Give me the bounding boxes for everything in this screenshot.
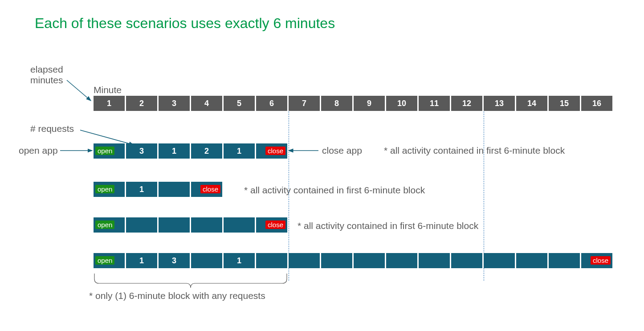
scenario-row-4: open131close [94, 253, 612, 268]
arrow-elapsed-minutes [67, 80, 91, 101]
minute-cell: 4 [191, 96, 222, 111]
minute-cell: 3 [159, 96, 190, 111]
scenario-cell [451, 253, 482, 268]
minute-header-label: Minute [94, 85, 122, 95]
scenario-cell [126, 217, 157, 233]
open-badge: open [95, 147, 114, 155]
scenario-cell [159, 217, 190, 233]
minute-cell: 16 [581, 96, 612, 111]
minute-cell: 11 [419, 96, 450, 111]
scenario-cell [159, 182, 190, 197]
scenario-cell [289, 253, 320, 268]
arrows-layer [0, 0, 644, 331]
scenario-cell: 1 [224, 253, 255, 268]
scenario-cell [191, 217, 222, 233]
scenario-row-3: openclose [94, 217, 287, 233]
scenario-cell: 1 [126, 182, 157, 197]
scenario-row-2: open1close [94, 182, 222, 197]
scenario-row-1: open3121close [94, 143, 287, 159]
scenario-cell: 1 [126, 253, 157, 268]
close-badge: close [265, 147, 285, 155]
slide-title: Each of these scenarios uses exactly 6 m… [35, 15, 335, 32]
scenario-cell: open [94, 143, 125, 159]
open-badge: open [95, 185, 114, 193]
scenario-cell [549, 253, 580, 268]
scenario-cell: close [256, 217, 287, 233]
minute-cell: 13 [484, 96, 515, 111]
minute-cell: 15 [549, 96, 580, 111]
scenario-cell [484, 253, 515, 268]
minute-cell: 14 [516, 96, 547, 111]
open-badge: open [95, 221, 114, 229]
scenario-cell [386, 253, 417, 268]
scenario-cell: 2 [191, 143, 222, 159]
minute-cell: 7 [289, 96, 320, 111]
close-badge: close [200, 185, 220, 193]
num-requests-label: # requests [30, 123, 74, 134]
scenario-cell: close [191, 182, 222, 197]
scenario-cell: 3 [159, 253, 190, 268]
close-badge: close [591, 256, 611, 265]
elapsed-minutes-label: elapsed minutes [30, 64, 63, 86]
scenario-cell [419, 253, 450, 268]
minute-cell: 9 [354, 96, 385, 111]
scenario-cell: open [94, 182, 125, 197]
scenario-cell: 1 [159, 143, 190, 159]
scenario-cell: close [256, 143, 287, 159]
minute-cell: 1 [94, 96, 125, 111]
minute-cell: 5 [224, 96, 255, 111]
scenario-cell: open [94, 253, 125, 268]
scenario-cell [256, 253, 287, 268]
minute-cell: 6 [256, 96, 287, 111]
scenario-cell [224, 217, 255, 233]
open-app-label: open app [19, 145, 58, 156]
scenario-cell [354, 253, 385, 268]
scenario-note-3: * all activity contained in first 6-minu… [298, 221, 478, 231]
scenario-note-2: * all activity contained in first 6-minu… [244, 185, 425, 196]
close-app-label: close app [322, 145, 362, 156]
minute-cell: 8 [321, 96, 352, 111]
scenario-note-1: * all activity contained in first 6-minu… [384, 145, 565, 156]
scenario-cell: open [94, 217, 125, 233]
scenario-cell: close [581, 253, 612, 268]
minute-header-row: 12345678910111213141516 [94, 96, 612, 111]
minute-cell: 10 [386, 96, 417, 111]
scenario-cell [516, 253, 547, 268]
scenario-cell [191, 253, 222, 268]
scenario-cell: 3 [126, 143, 157, 159]
scenario-cell [321, 253, 352, 268]
open-badge: open [95, 256, 114, 265]
scenario-cell: 1 [224, 143, 255, 159]
minute-cell: 12 [451, 96, 482, 111]
scenario-note-4: * only (1) 6-minute block with any reque… [89, 290, 265, 301]
close-badge: close [265, 221, 285, 229]
arrow-num-requests [80, 130, 134, 145]
curly-brace [94, 274, 287, 288]
minute-cell: 2 [126, 96, 157, 111]
